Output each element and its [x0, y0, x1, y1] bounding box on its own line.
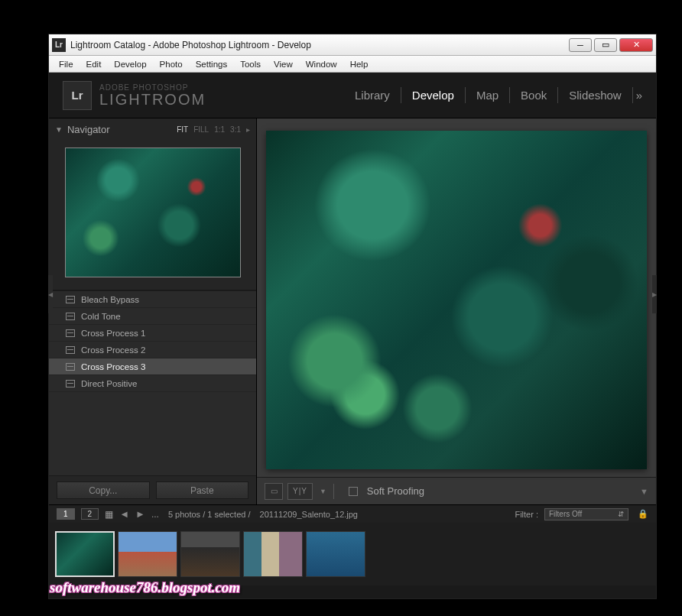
- menu-edit[interactable]: Edit: [81, 58, 107, 70]
- preset-item[interactable]: Bleach Bypass: [49, 291, 256, 308]
- watermark-text: softwarehouse786.blogspot.com: [50, 579, 240, 596]
- module-header: Lr ADOBE PHOTOSHOP LIGHTROOM Library Dev…: [49, 73, 656, 118]
- preset-list: Bleach Bypass Cold Tone Cross Process 1 …: [49, 290, 256, 475]
- breadcrumb-dots: ...: [151, 509, 159, 520]
- chevron-updown-icon: ⇵: [618, 510, 624, 518]
- workarea: ▼ Navigator FIT FILL 1:1 3:1 ▸ Bleach By…: [49, 118, 656, 504]
- filmstrip-infobar: 1 2 ▦ ◄ ► ... 5 photos / 1 selected / 20…: [49, 504, 656, 523]
- zoom-1-1[interactable]: 1:1: [214, 125, 225, 134]
- thumbnail[interactable]: [306, 531, 365, 577]
- menubar: File Edit Develop Photo Settings Tools V…: [49, 56, 656, 73]
- menu-photo[interactable]: Photo: [154, 58, 188, 70]
- soft-proofing-checkbox[interactable]: [349, 487, 358, 496]
- window-title: Lightroom Catalog - Adobe Photoshop Ligh…: [70, 40, 311, 50]
- thumbnail[interactable]: [243, 531, 303, 577]
- toolbar-collapse-icon[interactable]: ▼: [640, 487, 648, 496]
- zoom-controls: FIT FILL 1:1 3:1 ▸: [177, 125, 250, 134]
- zoom-fill[interactable]: FILL: [193, 125, 209, 134]
- separator: [333, 484, 334, 499]
- navigator-title: Navigator: [67, 124, 110, 135]
- collapse-triangle-icon[interactable]: ▼: [55, 125, 63, 134]
- photo-count-label: 5 photos / 1 selected /: [168, 510, 251, 519]
- preset-item[interactable]: Cold Tone: [49, 308, 256, 325]
- monitor-1-badge[interactable]: 1: [57, 508, 75, 520]
- preset-icon: [66, 363, 75, 371]
- preset-item[interactable]: Cross Process 3: [49, 358, 256, 375]
- main-image-wrap: [257, 118, 656, 477]
- soft-proofing-label: Soft Proofing: [367, 485, 424, 497]
- main-view: ▭ Y|Y ▼ Soft Proofing ▼: [257, 118, 656, 504]
- minimize-button[interactable]: ─: [569, 38, 592, 52]
- develop-toolbar: ▭ Y|Y ▼ Soft Proofing ▼: [257, 477, 656, 504]
- preset-item[interactable]: Direct Positive: [49, 375, 256, 392]
- menu-file[interactable]: File: [54, 58, 79, 70]
- thumbnail[interactable]: [180, 531, 240, 577]
- preset-item[interactable]: Cross Process 2: [49, 342, 256, 358]
- brand: Lr ADOBE PHOTOSHOP LIGHTROOM: [63, 81, 206, 110]
- preset-icon: [66, 346, 75, 354]
- zoom-3-1[interactable]: 3:1: [230, 125, 241, 134]
- navigator-image[interactable]: [65, 148, 241, 277]
- thumbnail[interactable]: [55, 531, 115, 577]
- filter-lock-icon[interactable]: 🔒: [638, 509, 648, 520]
- loupe-view-button[interactable]: ▭: [265, 483, 283, 500]
- copy-button[interactable]: Copy...: [57, 481, 150, 499]
- menu-settings[interactable]: Settings: [190, 58, 233, 70]
- main-image[interactable]: [266, 131, 647, 469]
- chevron-down-icon[interactable]: ▼: [320, 488, 326, 495]
- preset-item[interactable]: Cross Process 1: [49, 325, 256, 342]
- right-panel-handle-icon[interactable]: ▶: [652, 275, 657, 313]
- module-picker: Library Develop Map Book Slideshow »: [344, 87, 642, 103]
- monitor-2-badge[interactable]: 2: [81, 508, 99, 520]
- preset-icon: [66, 329, 75, 337]
- brand-line2: LIGHTROOM: [99, 92, 206, 107]
- app-icon: Lr: [52, 38, 66, 52]
- preset-icon: [66, 296, 75, 303]
- module-library[interactable]: Library: [344, 87, 401, 103]
- menu-tools[interactable]: Tools: [235, 58, 266, 70]
- nav-forward-icon[interactable]: ►: [135, 508, 145, 520]
- filter-label: Filter :: [515, 510, 538, 519]
- grid-icon[interactable]: ▦: [105, 509, 113, 520]
- app-window: Lr Lightroom Catalog - Adobe Photoshop L…: [48, 34, 657, 599]
- module-more-icon[interactable]: »: [636, 89, 642, 102]
- menu-window[interactable]: Window: [300, 58, 343, 70]
- current-filename[interactable]: 20111209_Salento_12.jpg: [260, 510, 358, 519]
- menu-help[interactable]: Help: [345, 58, 374, 70]
- nav-back-icon[interactable]: ◄: [119, 508, 129, 520]
- module-book[interactable]: Book: [510, 87, 558, 103]
- close-button[interactable]: ✕: [619, 38, 653, 52]
- filter-select[interactable]: Filters Off⇵: [544, 508, 628, 520]
- copy-paste-bar: Copy... Paste: [49, 475, 256, 504]
- menu-view[interactable]: View: [268, 58, 298, 70]
- module-develop[interactable]: Develop: [401, 87, 466, 103]
- module-map[interactable]: Map: [466, 87, 510, 103]
- zoom-more-icon[interactable]: ▸: [246, 125, 250, 134]
- preset-icon: [66, 380, 75, 387]
- module-slideshow[interactable]: Slideshow: [558, 87, 632, 103]
- navigator-preview: [49, 140, 256, 285]
- left-panel: ▼ Navigator FIT FILL 1:1 3:1 ▸ Bleach By…: [49, 118, 257, 504]
- zoom-fit[interactable]: FIT: [177, 125, 188, 134]
- thumbnail[interactable]: [118, 531, 177, 577]
- before-after-button[interactable]: Y|Y: [287, 483, 313, 500]
- menu-develop[interactable]: Develop: [109, 58, 151, 70]
- brand-line1: ADOBE PHOTOSHOP: [99, 84, 206, 92]
- maximize-button[interactable]: ▭: [594, 38, 617, 52]
- preset-icon: [66, 313, 75, 320]
- filmstrip: [49, 523, 656, 585]
- titlebar: Lr Lightroom Catalog - Adobe Photoshop L…: [49, 34, 656, 56]
- paste-button[interactable]: Paste: [156, 481, 249, 499]
- brand-icon: Lr: [63, 81, 92, 110]
- left-panel-handle-icon[interactable]: ◀: [48, 275, 53, 313]
- navigator-header[interactable]: ▼ Navigator FIT FILL 1:1 3:1 ▸: [49, 118, 256, 140]
